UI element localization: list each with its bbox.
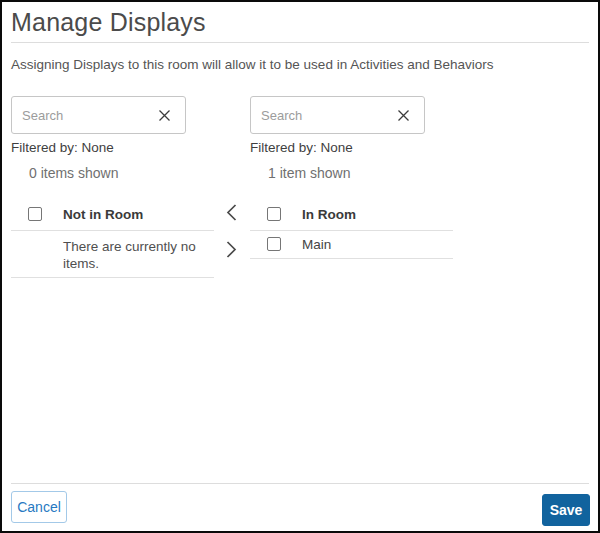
clear-search-icon[interactable]: [157, 108, 171, 122]
not-in-room-search-box: [11, 96, 186, 134]
move-to-not-in-room-button[interactable]: [220, 202, 242, 226]
in-room-item-checkbox[interactable]: [267, 237, 281, 251]
in-room-list: In Room Main: [250, 198, 453, 259]
clear-search-icon[interactable]: [396, 108, 410, 122]
in-room-filter-status: Filtered by: None: [250, 140, 353, 155]
not-in-room-header-label: Not in Room: [63, 207, 143, 222]
list-item: Main: [250, 231, 453, 259]
select-all-in-room-checkbox[interactable]: [267, 207, 281, 221]
in-room-item-label: Main: [302, 237, 331, 252]
not-in-room-filter-status: Filtered by: None: [11, 140, 114, 155]
in-room-header-label: In Room: [302, 207, 356, 222]
not-in-room-search-input[interactable]: [22, 98, 149, 132]
save-button[interactable]: Save: [542, 494, 590, 526]
chevron-right-icon: [225, 240, 238, 262]
in-room-items-count: 1 item shown: [268, 165, 350, 181]
chevron-left-icon: [225, 203, 238, 225]
footer-divider: [11, 483, 589, 484]
not-in-room-list: Not in Room There are currently no items…: [11, 198, 214, 278]
dialog-title: Manage Displays: [11, 8, 206, 37]
not-in-room-header-row: Not in Room: [11, 198, 214, 231]
cancel-button[interactable]: Cancel: [11, 491, 67, 523]
empty-list-message: There are currently no items.: [63, 238, 218, 272]
not-in-room-items-count: 0 items shown: [29, 165, 118, 181]
in-room-header-row: In Room: [250, 198, 453, 231]
title-divider: [11, 42, 589, 43]
select-all-not-in-room-checkbox[interactable]: [28, 207, 42, 221]
not-in-room-empty-row: There are currently no items.: [11, 231, 214, 278]
manage-displays-dialog: Manage Displays Assigning Displays to th…: [0, 0, 600, 533]
dialog-description: Assigning Displays to this room will all…: [11, 57, 493, 72]
in-room-search-box: [250, 96, 425, 134]
move-to-in-room-button[interactable]: [220, 239, 242, 263]
in-room-search-input[interactable]: [261, 98, 388, 132]
